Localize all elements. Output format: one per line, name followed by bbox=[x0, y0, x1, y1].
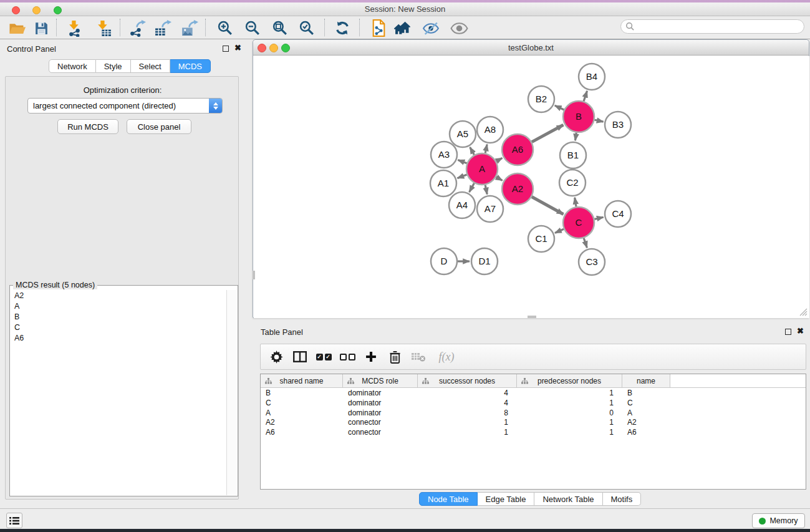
folder-open-icon[interactable] bbox=[7, 18, 27, 38]
table-panel-close-icon[interactable]: ✖ bbox=[797, 328, 804, 334]
tab-mcds[interactable]: MCDS bbox=[170, 59, 211, 73]
checked-boxes-icon[interactable]: ✓✓ bbox=[314, 347, 333, 366]
network-window-titlebar[interactable]: testGlobe.txt bbox=[253, 40, 809, 56]
save-floppy-icon[interactable] bbox=[31, 18, 51, 38]
column-header-name[interactable]: name bbox=[622, 374, 670, 387]
export-table-icon[interactable] bbox=[153, 18, 173, 38]
control-panel-close-icon[interactable]: ✖ bbox=[234, 45, 241, 51]
column-header-successor-nodes[interactable]: successor nodes bbox=[418, 374, 517, 387]
tab-style[interactable]: Style bbox=[96, 59, 131, 73]
edge-A-A8[interactable] bbox=[485, 145, 487, 153]
zoom-out-icon[interactable] bbox=[243, 18, 263, 38]
mcds-result-item[interactable]: A6 bbox=[11, 332, 226, 343]
edge-A-A3[interactable] bbox=[458, 160, 466, 163]
criterion-select[interactable]: largest connected component (directed) bbox=[27, 98, 223, 114]
refresh-icon[interactable] bbox=[332, 18, 352, 38]
column-header-shared-name[interactable]: shared name bbox=[261, 374, 343, 387]
cell-predecessor-nodes[interactable]: 1 bbox=[517, 398, 622, 408]
edge-C-C3[interactable] bbox=[584, 238, 587, 248]
run-mcds-button[interactable]: Run MCDS bbox=[57, 119, 118, 134]
gear-icon[interactable] bbox=[267, 347, 286, 366]
table-panel-float-icon[interactable] bbox=[785, 329, 791, 335]
edge-B-B2[interactable] bbox=[555, 105, 564, 110]
column-header-predecessor-nodes[interactable]: predecessor nodes bbox=[517, 374, 622, 387]
cell-predecessor-nodes[interactable]: 1 bbox=[517, 427, 622, 437]
edge-C-C1[interactable] bbox=[555, 229, 564, 233]
cell-MCDS-role[interactable]: dominator bbox=[343, 388, 418, 398]
control-panel-float-icon[interactable] bbox=[223, 46, 229, 52]
edge-A2-C[interactable] bbox=[532, 197, 564, 215]
export-network-icon[interactable] bbox=[127, 18, 147, 38]
edge-A-A4[interactable] bbox=[470, 183, 475, 192]
tab-network-table[interactable]: Network Table bbox=[534, 492, 602, 506]
split-columns-icon[interactable] bbox=[291, 347, 309, 366]
cell-predecessor-nodes[interactable]: 1 bbox=[517, 388, 622, 398]
column-header-MCDS-role[interactable]: MCDS role bbox=[343, 374, 418, 387]
table-row[interactable]: Adominator80A bbox=[261, 408, 806, 418]
import-table-icon[interactable] bbox=[94, 18, 113, 38]
zoom-selected-icon[interactable] bbox=[297, 18, 317, 38]
tab-motifs[interactable]: Motifs bbox=[603, 492, 642, 506]
resize-grip-icon[interactable] bbox=[799, 308, 808, 316]
edge-A-A5[interactable] bbox=[470, 147, 475, 155]
function-fx-icon[interactable]: f(x) bbox=[433, 347, 460, 366]
cell-name[interactable]: B bbox=[622, 388, 670, 398]
edge-A-A7[interactable] bbox=[485, 185, 487, 194]
cell-name[interactable]: A6 bbox=[622, 427, 670, 437]
table-row[interactable]: A6connector11A6 bbox=[261, 427, 806, 437]
edge-A-A6[interactable] bbox=[496, 158, 503, 161]
cell-name[interactable]: A2 bbox=[622, 417, 670, 427]
cell-shared-name[interactable]: C bbox=[261, 398, 343, 408]
plus-icon[interactable] bbox=[362, 347, 380, 366]
cell-MCDS-role[interactable]: dominator bbox=[343, 408, 418, 418]
scroll-nub[interactable] bbox=[253, 271, 255, 279]
node-table[interactable]: shared nameMCDS rolesuccessor nodesprede… bbox=[260, 374, 806, 490]
memory-button[interactable]: Memory bbox=[752, 513, 805, 528]
mcds-result-item[interactable]: C bbox=[11, 322, 226, 332]
edge-C-C4[interactable] bbox=[594, 217, 603, 219]
cell-shared-name[interactable]: A2 bbox=[261, 417, 343, 427]
cell-MCDS-role[interactable]: connector bbox=[343, 417, 418, 427]
cell-successor-nodes[interactable]: 1 bbox=[418, 417, 517, 427]
zoom-fit-icon[interactable] bbox=[270, 18, 290, 38]
zoom-in-icon[interactable] bbox=[215, 18, 235, 38]
cell-successor-nodes[interactable]: 1 bbox=[418, 427, 517, 437]
cell-MCDS-role[interactable]: dominator bbox=[343, 398, 418, 408]
cell-successor-nodes[interactable]: 4 bbox=[418, 398, 517, 408]
table-row[interactable]: Bdominator41B bbox=[261, 388, 806, 398]
edge-B-B4[interactable] bbox=[584, 91, 587, 101]
cell-name[interactable]: A bbox=[622, 408, 670, 418]
cell-shared-name[interactable]: A6 bbox=[261, 427, 343, 437]
edge-B-B1[interactable] bbox=[575, 133, 576, 141]
tab-select[interactable]: Select bbox=[131, 59, 170, 73]
mcds-result-item[interactable]: A bbox=[11, 301, 226, 311]
edge-C-C2[interactable] bbox=[575, 198, 576, 207]
trash-icon[interactable] bbox=[385, 347, 404, 366]
cell-predecessor-nodes[interactable]: 0 bbox=[517, 408, 622, 418]
tab-network[interactable]: Network bbox=[49, 59, 96, 73]
tab-edge-table[interactable]: Edge Table bbox=[478, 492, 535, 506]
cell-successor-nodes[interactable]: 4 bbox=[418, 388, 517, 398]
search-input[interactable] bbox=[620, 19, 804, 34]
cell-shared-name[interactable]: B bbox=[261, 388, 343, 398]
cell-name[interactable]: C bbox=[622, 398, 670, 408]
network-graph[interactable]: B4B2BB3A5A8A6B1A3AA1C2A2A4A7C4CC1C3DD1 bbox=[254, 56, 809, 318]
network-document-icon[interactable] bbox=[369, 18, 388, 38]
cell-predecessor-nodes[interactable]: 1 bbox=[517, 417, 622, 427]
task-history-button[interactable] bbox=[6, 513, 22, 528]
close-panel-button[interactable]: Close panel bbox=[127, 119, 191, 134]
unchecked-boxes-icon[interactable] bbox=[338, 347, 357, 366]
mcds-result-item[interactable]: A2 bbox=[11, 290, 226, 301]
network-canvas[interactable]: B4B2BB3A5A8A6B1A3AA1C2A2A4A7C4CC1C3DD1 bbox=[254, 56, 809, 318]
tab-node-table[interactable]: Node Table bbox=[419, 492, 478, 506]
edge-A6-B[interactable] bbox=[532, 125, 564, 142]
mcds-result-item[interactable]: B bbox=[11, 311, 226, 322]
edge-A-A1[interactable] bbox=[458, 175, 467, 178]
edge-A-A2[interactable] bbox=[496, 177, 503, 181]
table-row[interactable]: Cdominator41C bbox=[261, 398, 806, 408]
table-row[interactable]: A2connector11A2 bbox=[261, 417, 806, 427]
export-image-icon[interactable] bbox=[180, 18, 200, 38]
eye-icon[interactable] bbox=[449, 18, 469, 38]
double-home-icon[interactable] bbox=[393, 18, 413, 38]
eye-slash-icon[interactable] bbox=[421, 18, 441, 38]
